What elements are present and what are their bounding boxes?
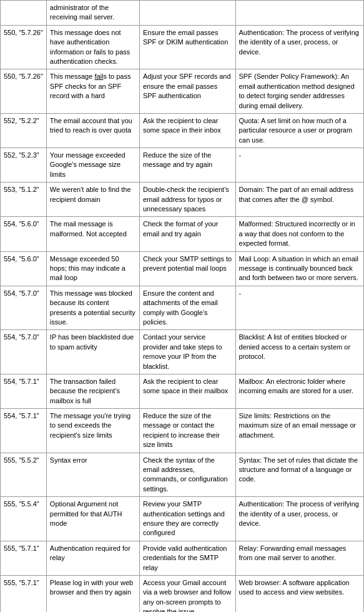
- table-cell: 552, "5.2.3": [1, 148, 47, 183]
- table-row: 554, "5.7.0"This message was blocked bec…: [1, 286, 364, 330]
- table-cell: Check the syntax of the email addresses,…: [139, 453, 235, 497]
- table-row: 555, "5.5.2"Syntax errorCheck the syntax…: [1, 453, 364, 497]
- table-cell: Ensure the email passes SPF or DKIM auth…: [139, 25, 235, 69]
- table-cell: [235, 1, 363, 26]
- table-cell: We weren't able to find the recipient do…: [46, 183, 139, 217]
- table-cell: 550, "5.7.26": [1, 25, 47, 69]
- table-cell: -: [235, 148, 363, 183]
- table-cell: administrator of the receiving mail serv…: [46, 1, 139, 26]
- table-cell: Ask the recipient to clear some space in…: [139, 374, 235, 408]
- table-row: 554, "5.6.0"The mail message is malforme…: [1, 217, 364, 251]
- table-cell: Mailbox: An electronic folder where inco…: [235, 374, 363, 408]
- table-row: 553, "5.1.2"We weren't able to find the …: [1, 183, 364, 217]
- table-row: 555, "5.7.1"Please log in with your web …: [1, 575, 364, 612]
- table-cell: 555, "5.7.1": [1, 541, 47, 575]
- table-cell: 555, "5.5.2": [1, 453, 47, 497]
- table-cell: Authentication required for relay: [46, 541, 139, 575]
- table-cell: Relay: Forwarding email messages from on…: [235, 541, 363, 575]
- table-row: 555, "5.5.4"Optional Argument not permit…: [1, 497, 364, 541]
- table-cell: 555, "5.5.4": [1, 497, 47, 541]
- table-cell: Optional Argument not permitted for that…: [46, 497, 139, 541]
- table-cell: Ensure the content and attachments of th…: [139, 286, 235, 330]
- table-cell: Domain: The part of an email address tha…: [235, 183, 363, 217]
- table-row: 550, "5.7.26"This message fails to pass …: [1, 69, 364, 114]
- table-cell: [1, 1, 47, 26]
- table-cell: Size limits: Restrictions on the maximum…: [235, 409, 363, 453]
- table-cell: Mail Loop: A situation in which an email…: [235, 251, 363, 286]
- table-cell: 555, "5.7.1": [1, 575, 47, 612]
- table-cell: SPF (Sender Policy Framework): An email …: [235, 69, 363, 114]
- table-cell: 554, "5.6.0": [1, 251, 47, 286]
- table-cell: 554, "5.7.0": [1, 286, 47, 330]
- table-cell: The email account that you tried to reac…: [46, 113, 139, 148]
- table-row: 554, "5.7.1"The transaction failed becau…: [1, 374, 364, 408]
- table-cell: This message does not have authenticatio…: [46, 25, 139, 69]
- table-cell: Malformed: Structured incorrectly or in …: [235, 217, 363, 251]
- table-cell: Check the format of your email and try a…: [139, 217, 235, 251]
- table-cell: This message was blocked because its con…: [46, 286, 139, 330]
- table-cell: -: [235, 286, 363, 330]
- table-cell: 554, "5.6.0": [1, 217, 47, 251]
- table-cell: Double-check the recipient's email addre…: [139, 183, 235, 217]
- table-cell: Blacklist: A list of entities blocked or…: [235, 330, 363, 374]
- table-row: 555, "5.7.1"Authentication required for …: [1, 541, 364, 575]
- email-error-table: administrator of the receiving mail serv…: [0, 0, 364, 612]
- table-cell: 553, "5.1.2": [1, 183, 47, 217]
- table-cell: 550, "5.7.26": [1, 69, 47, 114]
- table-row: administrator of the receiving mail serv…: [1, 1, 364, 26]
- table-cell: IP has been blacklisted due to spam acti…: [46, 330, 139, 374]
- table-cell: Message exceeded 50 hops; this may indic…: [46, 251, 139, 286]
- table-cell: Your message exceeded Google's message s…: [46, 148, 139, 183]
- table-cell: Contact your service provider and take s…: [139, 330, 235, 374]
- table-cell: Please log in with your web browser and …: [46, 575, 139, 612]
- table-row: 554, "5.6.0"Message exceeded 50 hops; th…: [1, 251, 364, 286]
- table-cell: 554, "5.7.1": [1, 374, 47, 408]
- table-row: 552, "5.2.3"Your message exceeded Google…: [1, 148, 364, 183]
- table-row: 554, "5.7.0"IP has been blacklisted due …: [1, 330, 364, 374]
- table-cell: Ask the recipient to clear some space in…: [139, 113, 235, 148]
- table-cell: Web browser: A software application used…: [235, 575, 363, 612]
- table-cell: Syntax error: [46, 453, 139, 497]
- table-cell: 554, "5.7.0": [1, 330, 47, 374]
- table-cell: Reduce the size of the message or contac…: [139, 409, 235, 453]
- table-cell: Reduce the size of the message and try a…: [139, 148, 235, 183]
- table-cell: Authentication: The process of verifying…: [235, 497, 363, 541]
- table-cell: The message you're trying to send exceed…: [46, 409, 139, 453]
- table-cell: Authentication: The process of verifying…: [235, 25, 363, 69]
- table-cell: Review your SMTP authentication settings…: [139, 497, 235, 541]
- table-cell: Adjust your SPF records and ensure the e…: [139, 69, 235, 114]
- table-cell: 554, "5.7.1": [1, 409, 47, 453]
- table-row: 552, "5.2.2"The email account that you t…: [1, 113, 364, 148]
- table-cell: [139, 1, 235, 26]
- table-cell: The transaction failed because the recip…: [46, 374, 139, 408]
- table-cell: Check your SMTP settings to prevent pote…: [139, 251, 235, 286]
- table-cell: 552, "5.2.2": [1, 113, 47, 148]
- table-row: 550, "5.7.26"This message does not have …: [1, 25, 364, 69]
- table-cell: Access your Gmail account via a web brow…: [139, 575, 235, 612]
- table-cell: Syntax: The set of rules that dictate th…: [235, 453, 363, 497]
- table-cell: This message fails to pass SPF checks fo…: [46, 69, 139, 114]
- table-cell: Provide valid authentication credentials…: [139, 541, 235, 575]
- table-cell: The mail message is malformed. Not accep…: [46, 217, 139, 251]
- table-row: 554, "5.7.1"The message you're trying to…: [1, 409, 364, 453]
- table-cell: Quota: A set limit on how much of a part…: [235, 113, 363, 148]
